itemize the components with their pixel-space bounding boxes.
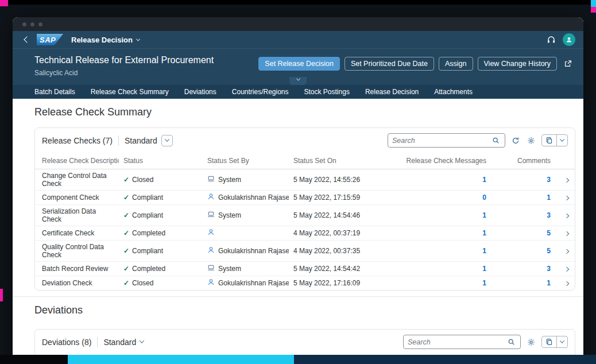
release-check-messages-link[interactable]: 1 (482, 229, 486, 237)
window-control-dot[interactable] (38, 22, 42, 26)
person-icon (207, 229, 215, 238)
window-control-dot[interactable] (22, 22, 26, 26)
variant-dropdown-icon[interactable] (140, 340, 144, 344)
table-row[interactable]: Certificate Check ✓Completed 4 May 2022,… (35, 226, 575, 241)
copy-button[interactable] (542, 135, 557, 146)
comments-link[interactable]: 5 (547, 247, 551, 255)
decoration-magenta-left-edge (0, 289, 3, 301)
release-check-description: Quality Control Data Check (35, 241, 119, 262)
export-dropdown-button[interactable] (557, 135, 567, 146)
app-title-menu[interactable]: Release Decision (71, 36, 140, 44)
collapse-header-button[interactable] (289, 77, 307, 85)
column-header[interactable]: Release Check Messages (390, 153, 494, 169)
deviations-table-title: Deviations (8) (42, 338, 91, 347)
table-row[interactable]: Batch Record Review ✓Completed System 5 … (35, 262, 575, 276)
chevron-down-icon (140, 338, 144, 343)
window-control-dot[interactable] (30, 22, 34, 26)
copy-button[interactable] (542, 336, 557, 347)
chevron-right-icon[interactable] (564, 196, 569, 200)
chevron-right-icon[interactable] (564, 231, 569, 236)
variant-selector[interactable]: Standard (103, 338, 144, 347)
chevron-right-icon[interactable] (564, 214, 569, 218)
release-check-messages-link[interactable]: 1 (482, 279, 486, 287)
back-button[interactable] (21, 37, 33, 42)
release-check-messages-link[interactable]: 1 (482, 265, 486, 273)
release-check-description: Certificate Check (35, 226, 119, 241)
column-header[interactable]: Status Set By (203, 153, 289, 169)
status-set-on: 5 May 2022, 14:54:42 (289, 262, 390, 276)
release-checks-toolbar: Release Checks (7) Standard (35, 128, 575, 153)
person-icon (207, 193, 215, 202)
column-header[interactable]: Status Set On (289, 153, 390, 169)
tab-batch-details[interactable]: Batch Details (34, 88, 75, 96)
export-split-button (541, 134, 568, 146)
export-dropdown-button[interactable] (557, 336, 567, 347)
release-check-messages-link[interactable]: 0 (482, 193, 486, 202)
search-field (388, 133, 505, 148)
search-input[interactable] (408, 338, 506, 346)
app-title: Release Decision (71, 36, 133, 44)
set-prioritized-due-date-button[interactable]: Set Prioritized Due Date (345, 57, 434, 71)
search-icon[interactable] (491, 135, 501, 145)
status-set-on: 4 May 2022, 00:37:35 (289, 241, 390, 262)
view-change-history-button[interactable]: View Change History (478, 57, 558, 71)
table-row[interactable]: Component Check ✓Compliant Gokulakrishna… (35, 191, 575, 205)
tab-attachments[interactable]: Attachments (434, 88, 473, 96)
status-set-by: System (218, 211, 241, 219)
chevron-down-icon (560, 338, 564, 343)
decoration-top-bar (0, 0, 596, 5)
chevron-right-icon[interactable] (564, 267, 569, 272)
release-check-description: Component Check (35, 191, 119, 205)
chevron-right-icon[interactable] (564, 249, 569, 254)
tab-release-decision[interactable]: Release Decision (365, 88, 419, 96)
status-text: Completed (132, 229, 165, 237)
status-set-by: Gokulakrishnan Rajasekaran (218, 193, 289, 202)
table-row[interactable]: Change Control Data Check ✓Closed System… (35, 169, 575, 191)
tab-stock-postings[interactable]: Stock Postings (304, 88, 350, 96)
support-headset-button[interactable] (547, 35, 556, 44)
chevron-right-icon[interactable] (564, 178, 569, 183)
sap-logo: SAP (37, 34, 63, 45)
toolbar-separator (97, 337, 98, 347)
comments-link[interactable]: 5 (547, 229, 551, 237)
release-check-messages-link[interactable]: 1 (482, 176, 486, 184)
comments-link[interactable]: 3 (547, 211, 551, 219)
comments-link[interactable]: 3 (547, 176, 551, 184)
search-field (403, 335, 521, 349)
tab-release-check-summary[interactable]: Release Check Summary (91, 88, 169, 96)
table-row[interactable]: Deviation Check ✓Closed Gokulakrishnan R… (35, 276, 575, 291)
settings-button[interactable] (526, 135, 536, 146)
search-input[interactable] (392, 137, 491, 145)
release-check-messages-link[interactable]: 1 (482, 247, 486, 255)
comments-link[interactable]: 1 (547, 193, 551, 202)
settings-button[interactable] (526, 337, 536, 347)
system-icon (207, 211, 215, 220)
chevron-down-icon (296, 77, 300, 81)
decoration-navy-segment (294, 355, 596, 364)
search-icon[interactable] (506, 337, 516, 347)
refresh-button[interactable] (510, 135, 521, 146)
comments-link[interactable]: 3 (547, 265, 551, 273)
gear-icon (527, 338, 535, 346)
status-check-icon: ✓ (123, 265, 129, 273)
user-avatar[interactable] (563, 33, 575, 46)
comments-link[interactable]: 1 (547, 279, 551, 287)
assign-button[interactable]: Assign (439, 57, 473, 71)
set-release-decision-button[interactable]: Set Release Decision (258, 57, 340, 71)
status-check-icon: ✓ (123, 247, 129, 255)
variant-selector[interactable]: Standard (125, 135, 173, 146)
column-header[interactable]: Comments (494, 153, 559, 169)
table-row[interactable]: Quality Control Data Check ✓Compliant Go… (35, 241, 575, 262)
release-checks-card: Release Checks (7) Standard (34, 127, 575, 291)
table-row[interactable]: Serialization Data Check ✓Compliant Syst… (35, 205, 575, 226)
release-check-messages-link[interactable]: 1 (482, 211, 486, 219)
tab-deviations[interactable]: Deviations (184, 88, 216, 96)
column-header[interactable]: Release Check Description (35, 153, 119, 169)
column-header[interactable]: Status (119, 153, 203, 169)
status-set-by: Gokulakrishnan Rajasekaran (218, 279, 289, 287)
variant-dropdown-button[interactable] (161, 135, 173, 146)
chevron-right-icon[interactable] (564, 281, 569, 286)
share-button[interactable] (562, 58, 574, 69)
tab-countries-regions[interactable]: Countries/Regions (232, 88, 289, 96)
status-text: Closed (132, 279, 153, 287)
